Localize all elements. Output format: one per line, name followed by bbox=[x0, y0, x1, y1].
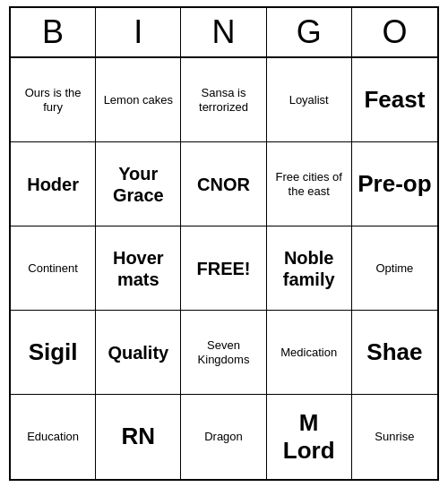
bingo-cell: Sunrise bbox=[352, 395, 437, 479]
bingo-header: BINGO bbox=[11, 8, 437, 58]
bingo-cell: Dragon bbox=[181, 395, 266, 479]
bingo-cell: Lemon cakes bbox=[96, 58, 181, 142]
bingo-cell: Sigil bbox=[11, 311, 96, 395]
bingo-cell: Education bbox=[11, 395, 96, 479]
bingo-grid: Ours is the furyLemon cakesSansa is terr… bbox=[11, 58, 437, 479]
header-letter: B bbox=[11, 8, 96, 56]
bingo-cell: Hoder bbox=[11, 142, 96, 226]
bingo-cell: Loyalist bbox=[267, 58, 352, 142]
bingo-cell: Seven Kingdoms bbox=[181, 311, 266, 395]
header-letter: G bbox=[267, 8, 352, 56]
header-letter: I bbox=[96, 8, 181, 56]
header-letter: O bbox=[352, 8, 437, 56]
bingo-cell: FREE! bbox=[181, 226, 266, 311]
bingo-cell: Feast bbox=[352, 58, 437, 142]
bingo-cell: M Lord bbox=[267, 395, 352, 479]
bingo-cell: Noble family bbox=[267, 226, 352, 311]
bingo-cell: Quality bbox=[96, 311, 181, 395]
bingo-cell: Sansa is terrorized bbox=[181, 58, 266, 142]
bingo-cell: Pre-op bbox=[352, 142, 437, 226]
header-letter: N bbox=[181, 8, 266, 56]
bingo-cell: Your Grace bbox=[96, 142, 181, 226]
bingo-cell: Continent bbox=[11, 226, 96, 311]
bingo-card: BINGO Ours is the furyLemon cakesSansa i… bbox=[9, 6, 439, 481]
bingo-cell: Hover mats bbox=[96, 226, 181, 311]
bingo-cell: Optime bbox=[352, 226, 437, 311]
bingo-cell: Medication bbox=[267, 311, 352, 395]
bingo-cell: Free cities of the east bbox=[267, 142, 352, 226]
bingo-cell: CNOR bbox=[181, 142, 266, 226]
bingo-cell: Shae bbox=[352, 311, 437, 395]
bingo-cell: Ours is the fury bbox=[11, 58, 96, 142]
bingo-cell: RN bbox=[96, 395, 181, 479]
